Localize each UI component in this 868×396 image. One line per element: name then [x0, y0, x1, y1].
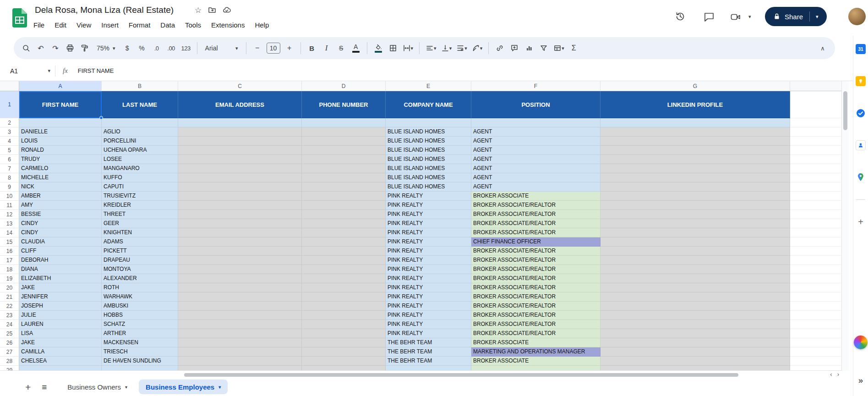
- cell-email[interactable]: [178, 311, 302, 320]
- cell-position[interactable]: AGENT: [471, 182, 601, 192]
- cell-email[interactable]: [178, 366, 302, 371]
- row-number-6[interactable]: 6: [0, 155, 19, 164]
- all-sheets-button[interactable]: ≡: [42, 383, 47, 391]
- cell-last-name[interactable]: [102, 366, 178, 371]
- create-filter-button[interactable]: [537, 41, 551, 55]
- cell-extra[interactable]: [790, 182, 841, 192]
- cell-linkedin[interactable]: [601, 201, 790, 210]
- cell-company[interactable]: THE BEHR TEAM: [386, 357, 471, 366]
- cell-linkedin[interactable]: [601, 274, 790, 283]
- cell-position[interactable]: BROKER ASSOCIATE/REALTOR: [471, 247, 601, 256]
- cell-position[interactable]: BROKER ASSOCIATE/REALTOR: [471, 320, 601, 329]
- cell-linkedin[interactable]: [601, 210, 790, 219]
- cell-extra[interactable]: [790, 118, 841, 127]
- cell-first-name[interactable]: CINDY: [19, 228, 102, 237]
- cell-extra[interactable]: [790, 164, 841, 173]
- zoom-dropdown[interactable]: 75%▾: [93, 41, 120, 55]
- cell-phone[interactable]: [302, 302, 386, 311]
- cell-extra[interactable]: [790, 338, 841, 347]
- cell-position[interactable]: AGENT: [471, 164, 601, 173]
- cell[interactable]: [178, 118, 302, 127]
- cell-last-name[interactable]: MANGANARO: [102, 164, 178, 173]
- row-number-4[interactable]: 4: [0, 137, 19, 146]
- menu-help[interactable]: Help: [250, 19, 274, 31]
- cell-company[interactable]: PINK REALTY: [386, 274, 471, 283]
- collapse-toolbar-button[interactable]: ∧: [816, 41, 830, 55]
- cell-phone[interactable]: [302, 155, 386, 164]
- cell-linkedin[interactable]: [601, 357, 790, 366]
- cell-extra[interactable]: [790, 256, 841, 265]
- cell-last-name[interactable]: GEER: [102, 219, 178, 228]
- row-number-8[interactable]: 8: [0, 173, 19, 182]
- cell-position[interactable]: AGENT: [471, 146, 601, 155]
- cell-company[interactable]: BLUE ISLAND HOMES: [386, 182, 471, 192]
- row-number-14[interactable]: 14: [0, 228, 19, 237]
- cell-linkedin[interactable]: [601, 155, 790, 164]
- fill-color-button[interactable]: [371, 41, 385, 55]
- cell-last-name[interactable]: ALEXANDER: [102, 274, 178, 283]
- cell[interactable]: [471, 118, 601, 127]
- cell-email[interactable]: [178, 329, 302, 338]
- caret-down-icon[interactable]: ▾: [748, 14, 751, 20]
- cell-company[interactable]: [386, 366, 471, 371]
- cell-first-name[interactable]: LAUREN: [19, 320, 102, 329]
- addon-icon[interactable]: [854, 336, 868, 349]
- cell-extra[interactable]: [790, 146, 841, 155]
- cell-email[interactable]: [178, 347, 302, 357]
- cell-linkedin[interactable]: [601, 146, 790, 155]
- cell-extra[interactable]: [790, 357, 841, 366]
- header-cell-e[interactable]: COMPANY NAME: [386, 91, 471, 118]
- star-icon[interactable]: ☆: [195, 6, 202, 14]
- cell-extra[interactable]: [790, 155, 841, 164]
- cell-last-name[interactable]: CAPUTI: [102, 182, 178, 192]
- cell-email[interactable]: [178, 265, 302, 274]
- row-number-25[interactable]: 25: [0, 329, 19, 338]
- cell-company[interactable]: PINK REALTY: [386, 228, 471, 237]
- row-number-9[interactable]: 9: [0, 182, 19, 192]
- header-cell-b[interactable]: LAST NAME: [102, 91, 178, 118]
- cell-company[interactable]: PINK REALTY: [386, 201, 471, 210]
- cell-extra[interactable]: [790, 283, 841, 292]
- cell-position[interactable]: AGENT: [471, 155, 601, 164]
- cell-extra[interactable]: [790, 237, 841, 247]
- cell-extra[interactable]: [790, 311, 841, 320]
- cell-linkedin[interactable]: [601, 256, 790, 265]
- cell-company[interactable]: THE BEHR TEAM: [386, 347, 471, 357]
- cell-position[interactable]: BROKER ASSOCIATE/REALTOR: [471, 201, 601, 210]
- cell-linkedin[interactable]: [601, 164, 790, 173]
- cell-position[interactable]: BROKER ASSOCIATE/REALTOR: [471, 210, 601, 219]
- cell-position[interactable]: BROKER ASSOCIATE/REALTOR: [471, 283, 601, 292]
- open-comments-button[interactable]: [704, 11, 715, 24]
- cell-last-name[interactable]: ADAMS: [102, 237, 178, 247]
- cell-first-name[interactable]: LISA: [19, 329, 102, 338]
- row-number-22[interactable]: 22: [0, 302, 19, 311]
- cell-linkedin[interactable]: [601, 219, 790, 228]
- cell-extra[interactable]: [790, 192, 841, 201]
- cell-last-name[interactable]: KUFFO: [102, 173, 178, 182]
- cell-phone[interactable]: [302, 173, 386, 182]
- insert-link-button[interactable]: [493, 41, 507, 55]
- cell-last-name[interactable]: WARHAWK: [102, 292, 178, 302]
- cell-first-name[interactable]: AMBER: [19, 192, 102, 201]
- cell-phone[interactable]: [302, 265, 386, 274]
- format-percent-button[interactable]: %: [135, 41, 149, 55]
- column-header-d[interactable]: D: [302, 81, 386, 91]
- row-number-26[interactable]: 26: [0, 338, 19, 347]
- cell-position[interactable]: [471, 366, 601, 371]
- search-menus-button[interactable]: [19, 41, 33, 55]
- cell-last-name[interactable]: TRUSIEVITZ: [102, 192, 178, 201]
- row-number-1[interactable]: 1: [0, 91, 19, 118]
- tab-business-owners[interactable]: Business Owners▾: [60, 380, 134, 394]
- format-currency-button[interactable]: $: [120, 41, 134, 55]
- cell-first-name[interactable]: CLAUDIA: [19, 237, 102, 247]
- cell-email[interactable]: [178, 155, 302, 164]
- cell-company[interactable]: PINK REALTY: [386, 320, 471, 329]
- redo-button[interactable]: ↷: [49, 41, 62, 55]
- cell-first-name[interactable]: BESSIE: [19, 210, 102, 219]
- cell-position[interactable]: BROKER ASSOCIATE/REALTOR: [471, 256, 601, 265]
- header-cell-d[interactable]: PHONE NUMBER: [302, 91, 386, 118]
- cell-phone[interactable]: [302, 201, 386, 210]
- cell-phone[interactable]: [302, 164, 386, 173]
- cell-linkedin[interactable]: [601, 237, 790, 247]
- cell-position[interactable]: BROKER ASSOCIATE/REALTOR: [471, 302, 601, 311]
